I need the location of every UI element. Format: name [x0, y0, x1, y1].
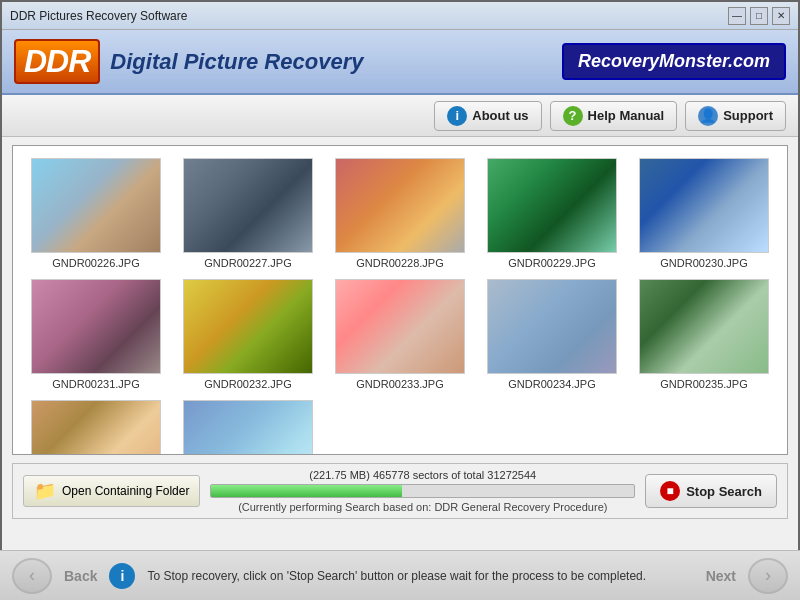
list-item[interactable]: GNDR00230.JPG	[633, 158, 775, 269]
thumbnail-label: GNDR00226.JPG	[52, 257, 139, 269]
thumbnail-label: GNDR00229.JPG	[508, 257, 595, 269]
list-item[interactable]: GNDR00234.JPG	[481, 279, 623, 390]
thumbnail-label: GNDR00235.JPG	[660, 378, 747, 390]
thumbnail-image	[31, 279, 161, 374]
title-bar: DDR Pictures Recovery Software — □ ✕	[2, 2, 798, 30]
support-button[interactable]: 👤 Support	[685, 101, 786, 131]
help-icon: ?	[563, 106, 583, 126]
thumbnail-label: GNDR00230.JPG	[660, 257, 747, 269]
thumbnail-image	[183, 158, 313, 253]
about-us-button[interactable]: i About us	[434, 101, 541, 131]
header: DDR Digital Picture Recovery RecoveryMon…	[2, 30, 798, 95]
close-button[interactable]: ✕	[772, 7, 790, 25]
next-button[interactable]: ›	[748, 558, 788, 594]
thumbnail-label: GNDR00234.JPG	[508, 378, 595, 390]
thumbnail-image	[487, 279, 617, 374]
thumbnail-label: GNDR00227.JPG	[204, 257, 291, 269]
list-item[interactable]: GNDR00231.JPG	[25, 279, 167, 390]
folder-icon: 📁	[34, 480, 56, 502]
thumbnail-label: GNDR00233.JPG	[356, 378, 443, 390]
thumbnail-label: GNDR00228.JPG	[356, 257, 443, 269]
list-item[interactable]: GNDR00233.JPG	[329, 279, 471, 390]
support-icon: 👤	[698, 106, 718, 126]
thumbnail-image	[335, 279, 465, 374]
stop-icon: ■	[660, 481, 680, 501]
list-item[interactable]: GNDR00227.JPG	[177, 158, 319, 269]
progress-text: (221.75 MB) 465778 sectors of total 3127…	[210, 469, 635, 481]
list-item[interactable]: GNDR00237.JPG	[177, 400, 319, 455]
next-label: Next	[706, 568, 736, 584]
status-bar: 📁 Open Containing Folder (221.75 MB) 465…	[12, 463, 788, 519]
list-item[interactable]: GNDR00235.JPG	[633, 279, 775, 390]
list-item[interactable]: GNDR00229.JPG	[481, 158, 623, 269]
window-title: DDR Pictures Recovery Software	[10, 9, 728, 23]
thumbnail-image	[639, 279, 769, 374]
info-icon-bottom: i	[109, 563, 135, 589]
thumbnail-image	[31, 400, 161, 455]
progress-subtext: (Currently performing Search based on: D…	[210, 501, 635, 513]
thumbnail-label: GNDR00231.JPG	[52, 378, 139, 390]
bottom-bar: ‹ Back i To Stop recovery, click on 'Sto…	[0, 550, 800, 600]
list-item[interactable]: GNDR00226.JPG	[25, 158, 167, 269]
window-controls[interactable]: — □ ✕	[728, 7, 790, 25]
progress-bar	[210, 484, 635, 498]
list-item[interactable]: GNDR00236.JPG	[25, 400, 167, 455]
thumbnail-image	[639, 158, 769, 253]
stop-search-button[interactable]: ■ Stop Search	[645, 474, 777, 508]
back-label: Back	[64, 568, 97, 584]
thumbnails-container[interactable]: GNDR00226.JPG GNDR00227.JPG GNDR00228.JP…	[12, 145, 788, 455]
thumbnail-label: GNDR00232.JPG	[204, 378, 291, 390]
maximize-button[interactable]: □	[750, 7, 768, 25]
minimize-button[interactable]: —	[728, 7, 746, 25]
open-folder-button[interactable]: 📁 Open Containing Folder	[23, 475, 200, 507]
thumbnail-image	[31, 158, 161, 253]
ddr-logo: DDR	[14, 39, 100, 84]
nav-bar: i About us ? Help Manual 👤 Support	[2, 95, 798, 137]
bottom-message: To Stop recovery, click on 'Stop Search'…	[147, 569, 693, 583]
thumbnail-image	[335, 158, 465, 253]
thumbnail-image	[487, 158, 617, 253]
info-icon: i	[447, 106, 467, 126]
progress-section: (221.75 MB) 465778 sectors of total 3127…	[210, 469, 635, 513]
thumbnail-image	[183, 279, 313, 374]
list-item[interactable]: GNDR00232.JPG	[177, 279, 319, 390]
app-title: Digital Picture Recovery	[110, 49, 562, 75]
back-button[interactable]: ‹	[12, 558, 52, 594]
progress-fill	[211, 485, 401, 497]
list-item[interactable]: GNDR00228.JPG	[329, 158, 471, 269]
thumbnail-image	[183, 400, 313, 455]
brand-link[interactable]: RecoveryMonster.com	[562, 43, 786, 80]
help-manual-button[interactable]: ? Help Manual	[550, 101, 678, 131]
thumbnails-grid: GNDR00226.JPG GNDR00227.JPG GNDR00228.JP…	[13, 146, 787, 455]
